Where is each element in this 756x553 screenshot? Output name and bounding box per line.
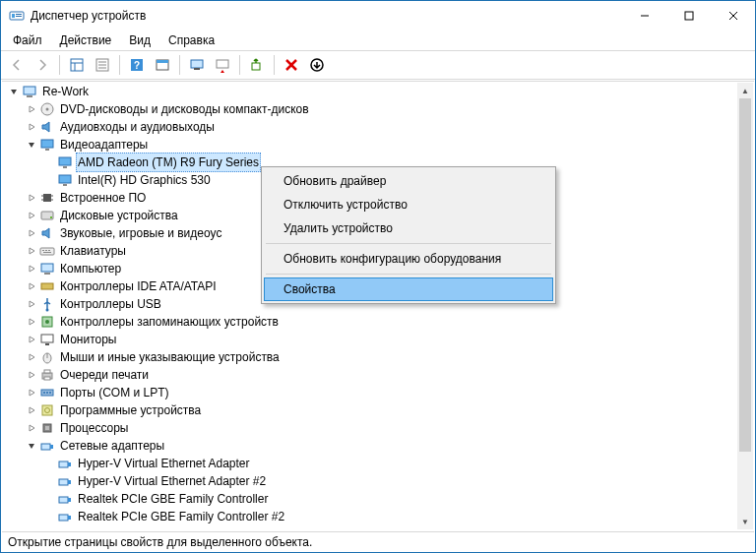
- expand-toggle[interactable]: [25, 226, 38, 240]
- menu-action[interactable]: Действие: [52, 31, 120, 49]
- expand-toggle[interactable]: [25, 333, 38, 346]
- expand-toggle[interactable]: [25, 191, 38, 205]
- expand-toggle[interactable]: [25, 138, 38, 152]
- app-icon: [9, 8, 25, 24]
- toolbtn-help[interactable]: ?: [125, 53, 149, 77]
- toolbtn-properties[interactable]: [91, 53, 114, 77]
- tree-device[interactable]: Hyper-V Virtual Ethernet Adapter: [3, 455, 737, 472]
- close-button[interactable]: [711, 1, 755, 31]
- ctx-scan-hardware[interactable]: Обновить конфигурацию оборудования: [264, 247, 553, 271]
- toolbtn-update-driver[interactable]: [185, 53, 209, 77]
- svg-rect-43: [40, 248, 54, 255]
- scroll-up-button[interactable]: ▲: [737, 83, 753, 98]
- ctx-disable-device[interactable]: Отключить устройство: [264, 193, 553, 216]
- tree-device[interactable]: Hyper-V Virtual Ethernet Adapter #2: [3, 472, 737, 490]
- toolbtn-disable-device[interactable]: [211, 53, 234, 77]
- tree-device-label: Realtek PCIe GBE Family Controller: [76, 490, 270, 508]
- device-tree[interactable]: Re-WorkDVD-дисководы и дисководы компакт…: [3, 83, 737, 529]
- svg-rect-59: [44, 370, 50, 373]
- expand-toggle[interactable]: [25, 279, 38, 293]
- menu-view[interactable]: Вид: [121, 31, 158, 49]
- expand-toggle[interactable]: [25, 315, 38, 329]
- tree-category[interactable]: DVD-дисководы и дисководы компакт-дисков: [3, 100, 737, 118]
- window-title: Диспетчер устройств: [31, 9, 622, 23]
- expand-toggle[interactable]: [25, 350, 38, 364]
- toolbtn-uninstall[interactable]: [280, 53, 303, 77]
- toolbtn-show-hidden[interactable]: [65, 53, 89, 77]
- tree-root[interactable]: Re-Work: [3, 83, 737, 100]
- expand-toggle[interactable]: [25, 403, 38, 417]
- expand-toggle[interactable]: [25, 386, 38, 399]
- tree-category-label: Аудиовходы и аудиовыходы: [58, 118, 217, 136]
- tree-category[interactable]: Процессоры: [3, 419, 737, 437]
- disc-icon: [39, 101, 55, 117]
- tree-category[interactable]: Мыши и иные указывающие устройства: [3, 348, 737, 366]
- software-icon: [39, 402, 55, 418]
- expand-toggle[interactable]: [7, 85, 21, 98]
- tree-category-label: Программные устройства: [58, 401, 203, 419]
- scroll-track[interactable]: [737, 98, 753, 514]
- expand-toggle[interactable]: [25, 262, 38, 276]
- scroll-thumb[interactable]: [739, 98, 751, 452]
- tree-category[interactable]: Видеоадаптеры: [3, 136, 737, 154]
- tree-category[interactable]: Очереди печати: [3, 366, 737, 384]
- tree-device[interactable]: VirtualBox Host-Only Ethernet Adapter: [3, 525, 737, 529]
- vertical-scrollbar[interactable]: ▲ ▼: [737, 83, 753, 529]
- tree-category[interactable]: Программные устройства: [3, 401, 737, 419]
- toolbtn-back: [5, 53, 29, 77]
- svg-rect-27: [27, 95, 32, 97]
- tree-device[interactable]: Realtek PCIe GBE Family Controller: [3, 490, 737, 508]
- net-icon: [57, 456, 73, 471]
- svg-rect-74: [68, 480, 71, 484]
- tree-root-label: Re-Work: [40, 83, 91, 100]
- port-icon: [39, 385, 55, 400]
- svg-rect-45: [45, 250, 47, 251]
- expand-toggle[interactable]: [25, 421, 38, 435]
- expand-toggle[interactable]: [25, 439, 38, 453]
- menu-help[interactable]: Справка: [160, 31, 222, 49]
- net-icon: [57, 491, 73, 507]
- toolbtn-console[interactable]: [151, 53, 174, 77]
- minimize-button[interactable]: [622, 1, 666, 31]
- svg-rect-49: [44, 273, 50, 275]
- ctx-update-driver[interactable]: Обновить драйвер: [264, 169, 553, 193]
- toolbtn-scan-hardware[interactable]: [245, 53, 269, 77]
- ctx-uninstall-device[interactable]: Удалить устройство: [264, 216, 553, 240]
- tree-category[interactable]: Мониторы: [3, 331, 737, 348]
- tree-device[interactable]: Realtek PCIe GBE Family Controller #2: [3, 508, 737, 525]
- tree-category-label: Компьютер: [58, 260, 123, 277]
- svg-rect-78: [68, 516, 71, 520]
- tree-category[interactable]: Контроллеры запоминающих устройств: [3, 313, 737, 331]
- expand-toggle[interactable]: [25, 297, 38, 311]
- toolbar-separator: [59, 55, 60, 75]
- tree-category[interactable]: Сетевые адаптеры: [3, 437, 737, 455]
- scroll-down-button[interactable]: ▼: [737, 514, 753, 529]
- ide-icon: [39, 278, 55, 294]
- tree-device-label: AMD Radeon (TM) R9 Fury Series: [76, 153, 261, 172]
- svg-rect-22: [252, 63, 260, 70]
- svg-rect-65: [42, 405, 52, 415]
- svg-rect-19: [191, 60, 203, 68]
- svg-rect-32: [59, 157, 71, 165]
- ctx-properties[interactable]: Свойства: [264, 277, 553, 301]
- toolbar: ?: [1, 50, 755, 80]
- svg-rect-50: [41, 283, 53, 289]
- expand-toggle[interactable]: [25, 120, 38, 134]
- svg-rect-33: [63, 166, 67, 168]
- ctx-separator: [266, 274, 551, 275]
- expand-toggle[interactable]: [25, 209, 38, 222]
- titlebar: Диспетчер устройств: [1, 1, 755, 31]
- toolbtn-legacy-hardware[interactable]: [305, 53, 329, 77]
- tree-category[interactable]: Порты (COM и LPT): [3, 384, 737, 401]
- expand-toggle[interactable]: [25, 244, 38, 258]
- tree-category-label: Дисковые устройства: [58, 207, 180, 224]
- expand-toggle[interactable]: [25, 368, 38, 382]
- maximize-button[interactable]: [666, 1, 711, 31]
- svg-rect-73: [59, 479, 68, 485]
- tree-category[interactable]: Аудиовходы и аудиовыходы: [3, 118, 737, 136]
- expand-toggle[interactable]: [25, 102, 38, 116]
- tree-category-label: Процессоры: [58, 419, 131, 437]
- menu-file[interactable]: Файл: [5, 31, 50, 49]
- hdd-icon: [39, 208, 55, 223]
- context-menu: Обновить драйвер Отключить устройство Уд…: [261, 166, 556, 304]
